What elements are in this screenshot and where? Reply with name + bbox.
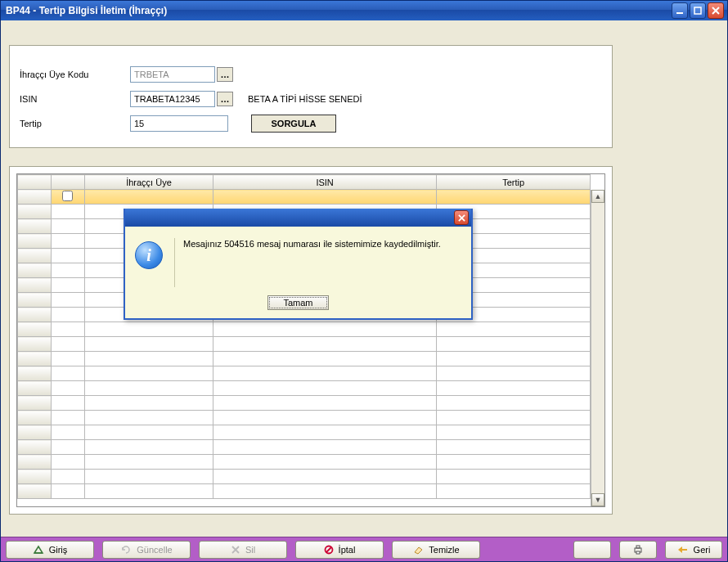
issuer-column-header[interactable]: İhraççı Üye <box>84 175 213 190</box>
tertip-input[interactable] <box>130 115 228 132</box>
table-row[interactable] <box>18 337 591 352</box>
info-dialog: i Mesajınız 504516 mesaj numarası ile si… <box>124 209 473 320</box>
row-header-column <box>18 175 52 190</box>
back-button[interactable]: Geri <box>665 541 722 559</box>
cancel-icon <box>324 545 334 555</box>
issuer-code-input[interactable] <box>130 66 215 83</box>
delete-icon <box>231 545 240 555</box>
cancel-button-label: İptal <box>339 545 356 555</box>
scroll-down-button[interactable]: ▼ <box>591 493 604 506</box>
table-row[interactable] <box>18 381 591 396</box>
table-row[interactable] <box>18 352 591 366</box>
table-row[interactable] <box>18 366 591 381</box>
maximize-icon <box>694 7 702 15</box>
enter-icon <box>33 545 44 555</box>
close-icon <box>712 7 720 15</box>
window-title: BP44 - Tertip Bilgisi İletim (İhraççı) <box>6 5 672 16</box>
update-button[interactable]: Güncelle <box>102 541 191 559</box>
isin-input[interactable] <box>130 91 215 107</box>
dialog-ok-button[interactable]: Tamam <box>267 295 328 310</box>
enter-button[interactable]: Giriş <box>6 541 94 559</box>
issuer-code-lookup-button[interactable]: … <box>217 67 233 82</box>
search-form-panel: İhraççı Üye Kodu … ISIN … BETA A TİPİ Hİ… <box>9 45 613 148</box>
update-button-label: Güncelle <box>137 545 172 555</box>
issuer-code-label: İhraççı Üye Kodu <box>20 70 130 79</box>
svg-rect-0 <box>676 12 683 14</box>
isin-description: BETA A TİPİ HİSSE SENEDİ <box>248 94 362 104</box>
close-button[interactable] <box>708 2 724 19</box>
table-row[interactable] <box>18 322 591 337</box>
table-row[interactable] <box>18 425 591 440</box>
table-row[interactable] <box>18 470 591 484</box>
minimize-button[interactable] <box>672 2 688 19</box>
info-icon: i <box>135 241 163 269</box>
isin-label: ISIN <box>20 94 130 104</box>
eraser-icon <box>412 545 424 555</box>
tertip-label: Tertip <box>20 119 130 128</box>
scroll-track[interactable] <box>591 203 604 493</box>
svg-rect-4 <box>636 546 640 548</box>
back-arrow-icon <box>677 546 689 554</box>
table-row[interactable] <box>18 396 591 411</box>
dialog-close-button[interactable] <box>454 210 469 225</box>
close-icon <box>458 214 465 222</box>
clear-button[interactable]: Temizle <box>392 541 480 559</box>
row-checkbox[interactable] <box>62 191 73 201</box>
delete-button-label: Sil <box>245 545 255 555</box>
delete-button[interactable]: Sil <box>199 541 287 559</box>
dialog-message: Mesajınız 504516 mesaj numarası ile sist… <box>174 238 441 287</box>
minimize-icon <box>676 7 684 15</box>
tertip-column-header[interactable]: Tertip <box>437 175 591 190</box>
svg-rect-5 <box>636 551 640 554</box>
table-row[interactable] <box>18 455 591 470</box>
enter-button-label: Giriş <box>49 545 68 555</box>
isin-lookup-button[interactable]: … <box>217 92 233 106</box>
table-row[interactable] <box>18 484 591 499</box>
cancel-button[interactable]: İptal <box>295 541 384 559</box>
table-row[interactable] <box>18 190 591 205</box>
svg-rect-1 <box>694 7 701 14</box>
print-button[interactable] <box>619 541 657 559</box>
app-window: BP44 - Tertip Bilgisi İletim (İhraççı) İ… <box>0 0 728 562</box>
bottom-toolbar: Giriş Güncelle Sil İptal Temizle Geri <box>1 537 727 561</box>
table-row[interactable] <box>18 440 591 455</box>
isin-column-header[interactable]: ISIN <box>213 175 437 190</box>
checkbox-column <box>51 175 84 190</box>
titlebar[interactable]: BP44 - Tertip Bilgisi İletim (İhraççı) <box>1 1 727 20</box>
scroll-up-button[interactable]: ▲ <box>591 190 604 203</box>
clear-button-label: Temizle <box>429 545 459 555</box>
dialog-titlebar[interactable] <box>125 209 471 227</box>
svg-rect-6 <box>681 549 687 551</box>
query-button[interactable]: SORGULA <box>251 115 336 133</box>
refresh-icon <box>120 545 132 555</box>
back-button-label: Geri <box>694 545 711 555</box>
table-row[interactable] <box>18 411 591 425</box>
extra-button-1[interactable] <box>573 541 611 559</box>
grid-scrollbar[interactable]: ▲ ▼ <box>591 190 604 506</box>
printer-icon <box>632 545 644 555</box>
maximize-button[interactable] <box>690 2 706 19</box>
